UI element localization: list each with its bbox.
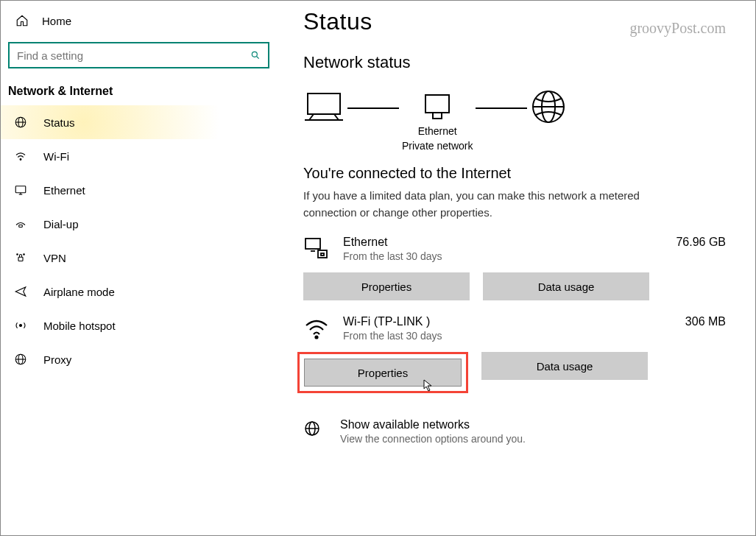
show-available-networks[interactable]: Show available networks View the connect… (303, 418, 726, 445)
section-title: Network status (303, 53, 726, 72)
nav-item-dialup[interactable]: Dial-up (1, 207, 277, 241)
svg-point-5 (20, 159, 21, 161)
watermark: groovyPost.com (629, 20, 726, 37)
diagram-pc (303, 91, 345, 152)
nav-item-airplane[interactable]: Airplane mode (1, 275, 277, 308)
network-diagram: Ethernet Private network (303, 88, 726, 155)
nav-label: VPN (43, 252, 66, 264)
svg-line-19 (309, 114, 314, 120)
conn-sub: From the last 30 days (343, 250, 661, 262)
search-input[interactable] (17, 49, 250, 62)
connection-wifi: Wi-Fi (TP-LINK ) From the last 30 days 3… (303, 315, 726, 393)
data-usage-button-ethernet[interactable]: Data usage (483, 272, 649, 300)
conn-name: Ethernet (343, 236, 661, 249)
svg-rect-9 (19, 225, 23, 228)
svg-rect-17 (308, 94, 340, 114)
home-icon (15, 14, 29, 27)
svg-point-30 (316, 336, 318, 339)
nav-label: Proxy (43, 353, 71, 366)
nav-item-proxy[interactable]: Proxy (1, 342, 277, 376)
proxy-icon (14, 353, 27, 366)
search-icon (250, 50, 261, 60)
nav-label: Airplane mode (43, 286, 115, 298)
diagram-router: Ethernet Private network (402, 91, 473, 152)
nav-label: Mobile hotspot (43, 320, 116, 332)
diagram-globe (530, 88, 567, 155)
conn-amount: 76.96 GB (676, 236, 726, 249)
svg-point-0 (252, 52, 257, 57)
globe-icon (14, 116, 27, 129)
connected-desc: If you have a limited data plan, you can… (303, 188, 686, 221)
svg-point-12 (24, 254, 25, 255)
airplane-icon (14, 285, 27, 298)
nav-label: Status (43, 116, 75, 129)
conn-sub: From the last 30 days (343, 330, 671, 342)
search-input-container[interactable] (8, 42, 269, 68)
nav-item-hotspot[interactable]: Mobile hotspot (1, 308, 277, 342)
conn-amount: 306 MB (685, 315, 726, 328)
sidebar: Home Network & Internet Status Wi-Fi (1, 1, 277, 535)
nav-item-status[interactable]: Status (1, 105, 277, 139)
svg-line-1 (257, 57, 259, 59)
highlight-annotation: Properties (297, 352, 468, 393)
cursor-icon (423, 379, 434, 392)
diagram-mid-sub: Private network (402, 139, 473, 152)
category-title: Network & Internet (1, 85, 277, 105)
svg-rect-29 (321, 253, 324, 255)
connection-ethernet: Ethernet From the last 30 days 76.96 GB … (303, 236, 726, 300)
nav-label: Wi-Fi (43, 150, 69, 163)
connected-head: You're connected to the Internet (303, 165, 726, 182)
conn-name: Wi-Fi (TP-LINK ) (343, 315, 671, 328)
svg-rect-26 (305, 239, 320, 249)
nav-label: Ethernet (43, 184, 85, 197)
svg-rect-22 (433, 113, 442, 119)
svg-rect-10 (18, 257, 23, 261)
available-sub: View the connection options around you. (340, 433, 526, 445)
diagram-mid-label: Ethernet (418, 124, 457, 138)
home-link[interactable]: Home (1, 14, 277, 38)
nav-item-wifi[interactable]: Wi-Fi (1, 139, 277, 173)
dialup-icon (14, 217, 27, 230)
svg-rect-6 (15, 186, 26, 193)
data-usage-button-wifi[interactable]: Data usage (481, 352, 648, 380)
ethernet-icon (14, 183, 27, 197)
main-panel: groovyPost.com Status Network status Eth… (277, 1, 755, 535)
vpn-icon (14, 251, 27, 264)
svg-rect-28 (318, 250, 327, 258)
globe-icon (303, 420, 321, 437)
nav-item-vpn[interactable]: VPN (1, 241, 277, 275)
nav-item-ethernet[interactable]: Ethernet (1, 173, 277, 207)
svg-line-20 (334, 114, 339, 120)
wifi-icon (14, 149, 27, 163)
svg-point-13 (20, 325, 22, 327)
hotspot-icon (14, 319, 27, 332)
home-label: Home (42, 15, 71, 27)
svg-rect-21 (425, 95, 449, 113)
svg-point-11 (17, 254, 18, 255)
properties-button-wifi[interactable]: Properties (304, 359, 462, 387)
ethernet-conn-icon (303, 236, 330, 262)
properties-button-ethernet[interactable]: Properties (303, 272, 470, 300)
available-title: Show available networks (340, 418, 526, 431)
nav-label: Dial-up (43, 218, 79, 230)
wifi-conn-icon (303, 315, 330, 342)
